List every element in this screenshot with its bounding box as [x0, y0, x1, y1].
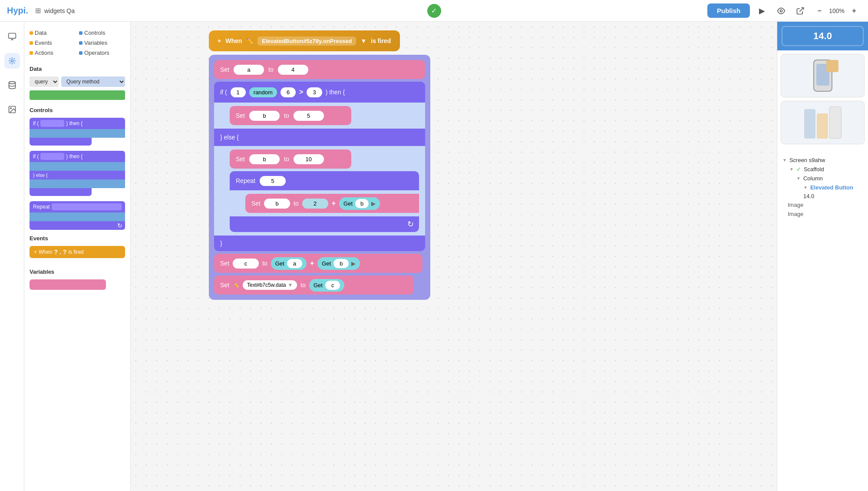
- set-label-b10: Set: [236, 156, 245, 163]
- cond-2[interactable]: 6: [281, 87, 296, 97]
- left-panel: Data Controls Events Variables Actions O…: [24, 22, 131, 491]
- to-b10: to: [284, 156, 289, 163]
- get-var-b2: b: [333, 259, 349, 268]
- device-thumb-1[interactable]: [781, 54, 865, 97]
- prop-image-1: Image: [782, 200, 863, 209]
- repeat-header-canvas: Repeat 5: [230, 171, 419, 190]
- category-controls[interactable]: Controls: [79, 29, 125, 37]
- canvas-blocks: + When ✏️ ElevatedButton#5z78y.onPressed…: [209, 30, 430, 300]
- sidebar-database-icon[interactable]: [4, 77, 20, 93]
- variables-section-title: Variables: [30, 269, 125, 275]
- var-a-input[interactable]: a: [234, 65, 264, 75]
- then-label-2: ) then {: [66, 153, 83, 159]
- sidebar-files-icon[interactable]: [4, 29, 20, 44]
- svg-rect-2: [8, 33, 16, 39]
- category-variables[interactable]: Variables: [79, 39, 125, 47]
- var-b-expr[interactable]: b: [264, 199, 290, 209]
- data-green-bar: [30, 90, 125, 100]
- get-b2-arrow: ▶: [351, 260, 356, 267]
- tree-label-screen: Screen s9ahw: [789, 157, 825, 163]
- set-label-b5: Set: [236, 112, 245, 119]
- tree-item-column[interactable]: ▼ Column: [782, 174, 863, 183]
- zoom-in-button[interactable]: +: [847, 4, 861, 18]
- set-label-a: Set: [220, 66, 229, 73]
- tree-item-screen[interactable]: ▼ Screen s9ahw: [782, 156, 863, 165]
- then-text: ) then {: [326, 89, 345, 96]
- icon-sidebar: [0, 22, 24, 491]
- if-block-canvas: if ( 1 random 6 > 3 ) then { Set b to: [214, 82, 425, 251]
- val-b10[interactable]: 10: [294, 154, 324, 164]
- svg-point-3: [11, 60, 13, 62]
- query-select[interactable]: query: [30, 76, 59, 87]
- get-label-b2: Get: [322, 260, 331, 267]
- right-panel: 14.0 ▼: [777, 22, 868, 491]
- val-b5[interactable]: 5: [294, 111, 324, 121]
- text-ref-arrow: ▼: [287, 282, 293, 288]
- set-label-c: Set: [220, 260, 229, 267]
- var-c[interactable]: c: [233, 259, 259, 269]
- tree-item-elevated-button[interactable]: ▼ Elevated Button: [782, 183, 863, 192]
- get-b-block: Get b ▶: [339, 197, 380, 210]
- close-brace: }: [214, 236, 425, 251]
- svg-line-1: [800, 7, 804, 11]
- publish-button[interactable]: Publish: [707, 3, 750, 18]
- topbar-actions: Publish ▶ − 100% +: [707, 3, 861, 18]
- when-label: When: [39, 249, 52, 255]
- repeat-block-sidebar: Repeat ↻: [30, 201, 125, 230]
- get-label-b: Get: [343, 200, 353, 207]
- cond-3[interactable]: 3: [307, 87, 322, 97]
- repeat-label: Repeat: [33, 204, 50, 210]
- status-check: ✓: [427, 4, 441, 18]
- sidebar-network-icon[interactable]: [4, 53, 20, 69]
- category-data[interactable]: Data: [30, 29, 76, 37]
- var-b5-input[interactable]: b: [249, 111, 280, 121]
- zoom-out-button[interactable]: −: [812, 4, 826, 18]
- get-b2-block: Get b ▶: [317, 257, 360, 270]
- set-c-block: Set c to Get a + Get b ▶: [214, 254, 422, 273]
- category-list: Data Controls Events Variables Actions O…: [30, 29, 125, 57]
- when-plus-icon: +: [34, 249, 37, 255]
- category-operators[interactable]: Operators: [79, 49, 125, 57]
- device-previews: [777, 50, 868, 151]
- project-name: widgets Qa: [44, 7, 75, 14]
- svg-point-0: [780, 10, 782, 12]
- random-op: random: [249, 87, 277, 97]
- zoom-control: − 100% +: [812, 4, 861, 18]
- widget-ref: ElevatedButton#5z78y.onPressed: [257, 36, 356, 46]
- when-block-canvas[interactable]: + When ✏️ ElevatedButton#5z78y.onPressed…: [209, 30, 400, 51]
- tree-value-row: 14.0: [782, 192, 863, 200]
- get-c-block: Get c: [309, 279, 344, 292]
- set-text-block: Set ✏️ Text#b7c5w.data ▼ to Get c: [214, 275, 414, 295]
- category-events[interactable]: Events: [30, 39, 76, 47]
- when-text: When: [225, 37, 242, 44]
- set-b-expr-block: Set b to 2 + Get b ▶: [245, 194, 419, 213]
- when-event-block[interactable]: + When ? . ? is fired: [30, 246, 125, 258]
- set-b-5-block: Set b to 5: [230, 106, 351, 125]
- play-button[interactable]: ▶: [755, 4, 769, 18]
- cond-1[interactable]: 1: [231, 87, 246, 97]
- canvas[interactable]: + When ✏️ ElevatedButton#5z78y.onPressed…: [131, 22, 777, 491]
- external-link-button[interactable]: [793, 4, 807, 18]
- category-actions[interactable]: Actions: [30, 49, 76, 57]
- project-info: ⊞ widgets Qa: [35, 7, 75, 15]
- events-section-title: Events: [30, 235, 125, 242]
- repeat-val[interactable]: 5: [260, 176, 286, 186]
- text-ref-input[interactable]: Text#b7c5w.data ▼: [243, 280, 297, 290]
- repeat-block-canvas: Repeat 5 Set b to 2 +: [230, 171, 419, 232]
- dropdown-arrow: ▼: [360, 37, 366, 44]
- component-tree: ▼ Screen s9ahw ▼ ✓ Scaffold ▼ Column ▼ E…: [777, 151, 868, 491]
- if-label-1: if (: [33, 120, 39, 126]
- query-method-select[interactable]: Query method: [61, 76, 125, 87]
- set-a-block: Set a to 4: [214, 60, 425, 79]
- plus-op-expr: +: [332, 199, 336, 207]
- val-a-input[interactable]: 4: [278, 65, 308, 75]
- tree-item-scaffold[interactable]: ▼ ✓ Scaffold: [782, 165, 863, 174]
- value-display: 14.0: [777, 22, 868, 50]
- repeat-arrow-icon: ↻: [407, 219, 414, 229]
- main-block-container: Set a to 4 if ( 1 random 6 > 3 ) the: [209, 55, 430, 300]
- sidebar-image-icon[interactable]: [4, 102, 20, 117]
- var-b10[interactable]: b: [249, 154, 280, 164]
- preview-button[interactable]: [774, 4, 788, 18]
- device-thumb-2[interactable]: [781, 101, 865, 144]
- val-2[interactable]: 2: [302, 199, 328, 209]
